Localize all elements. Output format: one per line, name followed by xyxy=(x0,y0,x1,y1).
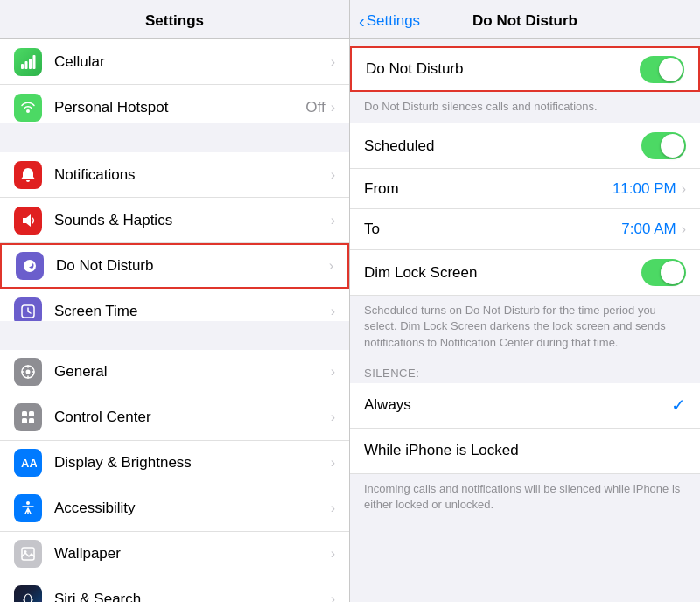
sidebar-item-general[interactable]: General › xyxy=(0,350,349,396)
screentime-label: Screen Time xyxy=(54,303,331,320)
back-button[interactable]: ‹ Settings xyxy=(359,11,420,32)
dim-lock-description: Scheduled turns on Do Not Disturb for th… xyxy=(350,296,700,360)
sidebar-item-control[interactable]: Control Center › xyxy=(0,396,349,441)
notifications-label: Notifications xyxy=(54,166,331,184)
dim-lock-label: Dim Lock Screen xyxy=(364,264,641,282)
hotspot-icon xyxy=(14,94,42,122)
general-chevron: › xyxy=(331,364,335,380)
dnd-toggle[interactable] xyxy=(640,56,684,83)
dnd-row-label: Do Not Disturb xyxy=(366,60,640,78)
wallpaper-label: Wallpaper xyxy=(54,545,331,563)
display-label: Display & Brightness xyxy=(54,454,331,472)
sounds-chevron: › xyxy=(331,213,335,228)
cellular-label: Cellular xyxy=(54,53,331,71)
dnd-description: Do Not Disturb silences calls and notifi… xyxy=(350,92,700,123)
while-locked-description: Incoming calls and notifications will be… xyxy=(350,474,700,522)
sidebar-item-cellular[interactable]: Cellular › xyxy=(0,39,349,85)
general-label: General xyxy=(54,363,331,381)
sounds-label: Sounds & Haptics xyxy=(54,212,331,229)
dnd-icon xyxy=(16,252,44,280)
while-locked-label: While iPhone is Locked xyxy=(364,442,519,459)
screentime-chevron: › xyxy=(331,304,335,319)
section-gap-1 xyxy=(0,123,349,152)
accessibility-label: Accessibility xyxy=(54,500,331,517)
svg-rect-11 xyxy=(22,418,27,424)
left-header: Settings xyxy=(0,0,349,39)
sidebar-item-screentime[interactable]: Screen Time › xyxy=(0,289,349,320)
scheduled-row[interactable]: Scheduled xyxy=(350,123,700,169)
to-label: To xyxy=(364,220,621,238)
to-value: 7:00 AM xyxy=(621,220,676,238)
dim-lock-toggle[interactable] xyxy=(641,259,686,286)
siri-label: Siri & Search xyxy=(54,591,331,602)
sidebar-item-notifications[interactable]: Notifications › xyxy=(0,152,349,198)
sidebar-item-accessibility[interactable]: Accessibility › xyxy=(0,486,349,532)
svg-point-17 xyxy=(24,594,32,602)
notifications-icon xyxy=(14,161,42,189)
dnd-toggle-row[interactable]: Do Not Disturb xyxy=(350,46,700,92)
hotspot-label: Personal Hotspot xyxy=(54,99,305,116)
section-gap-2 xyxy=(0,321,349,350)
left-panel: Settings Cellular › xyxy=(0,0,350,602)
scheduled-toggle[interactable] xyxy=(641,132,686,159)
svg-rect-12 xyxy=(29,418,34,424)
to-chevron: › xyxy=(682,221,686,237)
settings-title: Settings xyxy=(145,12,204,29)
from-to-block: From 11:00 PM › To 7:00 AM › xyxy=(350,169,700,250)
siri-icon xyxy=(14,585,42,602)
sidebar-item-wallpaper[interactable]: Wallpaper › xyxy=(0,532,349,578)
sidebar-item-sounds[interactable]: Sounds & Haptics › xyxy=(0,198,349,243)
right-content: Do Not Disturb Do Not Disturb silences c… xyxy=(350,39,700,602)
from-value: 11:00 PM xyxy=(612,180,676,198)
svg-rect-3 xyxy=(33,55,36,69)
notifications-chevron: › xyxy=(331,167,335,183)
svg-rect-10 xyxy=(29,411,34,416)
svg-text:AA: AA xyxy=(21,457,37,470)
svg-marker-5 xyxy=(23,214,31,227)
hotspot-value: Off xyxy=(305,99,325,116)
from-chevron: › xyxy=(682,181,686,197)
display-icon: AA xyxy=(14,449,42,477)
settings-list-top: Cellular › Personal Hotspot Off › xyxy=(0,39,349,123)
hotspot-chevron: › xyxy=(331,100,335,116)
right-panel-title: Do Not Disturb xyxy=(472,12,578,30)
from-row[interactable]: From 11:00 PM › xyxy=(350,169,700,209)
checkmark-icon: ✓ xyxy=(671,395,686,416)
svg-rect-9 xyxy=(22,411,27,416)
wallpaper-icon xyxy=(14,540,42,568)
accessibility-chevron: › xyxy=(331,500,335,516)
display-chevron: › xyxy=(331,455,335,471)
control-icon xyxy=(14,403,42,431)
svg-rect-0 xyxy=(21,64,24,69)
wallpaper-chevron: › xyxy=(331,546,335,562)
sidebar-item-siri[interactable]: Siri & Search › xyxy=(0,578,349,602)
svg-point-14 xyxy=(26,501,30,505)
sidebar-item-dnd[interactable]: Do Not Disturb › xyxy=(0,243,349,289)
general-icon xyxy=(14,358,42,386)
svg-rect-1 xyxy=(25,61,28,69)
sidebar-item-hotspot[interactable]: Personal Hotspot Off › xyxy=(0,85,349,123)
to-row[interactable]: To 7:00 AM › xyxy=(350,209,700,249)
right-header: ‹ Settings Do Not Disturb xyxy=(350,0,700,39)
dnd-label: Do Not Disturb xyxy=(56,257,329,275)
sounds-icon xyxy=(14,206,42,234)
top-gap xyxy=(350,39,700,46)
settings-list-mid1: Notifications › Sounds & Haptics › Do No… xyxy=(0,152,349,320)
while-locked-row[interactable]: While iPhone is Locked xyxy=(350,429,700,474)
control-label: Control Center xyxy=(54,409,331,426)
dim-lock-row[interactable]: Dim Lock Screen xyxy=(350,250,700,296)
from-label: From xyxy=(364,180,612,198)
scheduled-label: Scheduled xyxy=(364,137,641,155)
siri-chevron: › xyxy=(331,592,335,602)
right-panel: ‹ Settings Do Not Disturb Do Not Disturb… xyxy=(350,0,700,602)
control-chevron: › xyxy=(331,410,335,425)
cellular-icon xyxy=(14,48,42,76)
sidebar-item-display[interactable]: AA Display & Brightness › xyxy=(0,441,349,486)
back-chevron-icon: ‹ xyxy=(359,11,365,32)
back-label: Settings xyxy=(367,12,420,30)
settings-list-mid2: General › Control Center › AA xyxy=(0,350,349,602)
svg-rect-2 xyxy=(29,59,32,69)
svg-point-8 xyxy=(26,370,31,374)
cellular-chevron: › xyxy=(331,54,335,70)
always-row[interactable]: Always ✓ xyxy=(350,383,700,429)
